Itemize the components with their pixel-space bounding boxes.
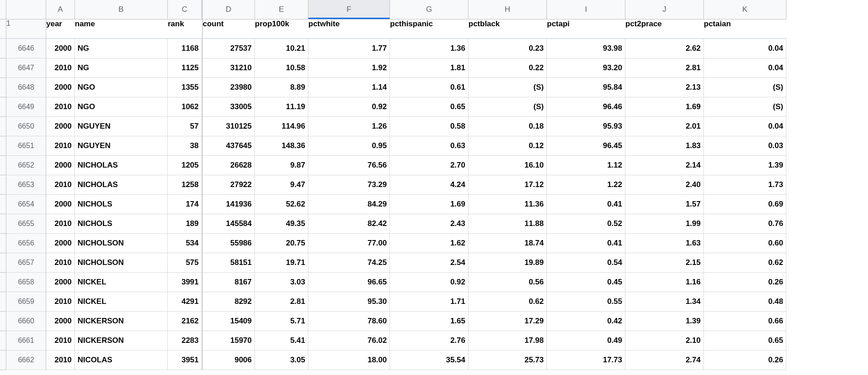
cell-C6653[interactable]: 1258: [168, 175, 202, 195]
cell-H6657[interactable]: 19.89: [468, 253, 547, 273]
cell-I6649[interactable]: 96.46: [547, 97, 625, 117]
row-header-6654[interactable]: 6654: [6, 195, 46, 214]
cell-J6661[interactable]: 2.10: [625, 331, 704, 351]
cell-E6659[interactable]: 2.81: [255, 292, 308, 312]
cell-A6659[interactable]: 2010: [46, 292, 75, 312]
cell-F6652[interactable]: 76.56: [308, 156, 390, 175]
cell-C6646[interactable]: 1168: [168, 39, 202, 58]
cell-E6657[interactable]: 19.71: [255, 253, 308, 273]
cell-D6649[interactable]: 33005: [203, 97, 255, 117]
cell-H6649[interactable]: (S): [468, 97, 547, 117]
cell-G6646[interactable]: 1.36: [390, 39, 468, 58]
cell-B6652[interactable]: NICHOLAS: [75, 156, 168, 175]
cell-G6659[interactable]: 1.71: [390, 292, 468, 312]
cell-C6655[interactable]: 189: [168, 214, 202, 234]
cell-K6647[interactable]: 0.04: [704, 58, 786, 78]
row-header-6649[interactable]: 6649: [6, 97, 46, 117]
row-header-6658[interactable]: 6658: [6, 273, 46, 292]
cell-B6648[interactable]: NGO: [75, 78, 168, 97]
cell-F6650[interactable]: 1.26: [308, 117, 390, 136]
row-header-6651[interactable]: 6651: [6, 136, 46, 156]
cell-E6652[interactable]: 9.87: [255, 156, 308, 175]
cell-F6649[interactable]: 0.92: [308, 97, 390, 117]
row-header-6653[interactable]: 6653: [6, 175, 46, 195]
cell-F6654[interactable]: 84.29: [308, 195, 390, 214]
cell-K6655[interactable]: 0.76: [704, 214, 786, 234]
cell-F6659[interactable]: 95.30: [308, 292, 390, 312]
cell-C6658[interactable]: 3991: [168, 273, 202, 292]
col-header-A[interactable]: A: [46, 0, 75, 19]
cell-I6653[interactable]: 1.22: [547, 175, 625, 195]
cell-B6658[interactable]: NICKEL: [75, 273, 168, 292]
cell-H6662[interactable]: 25.73: [468, 351, 547, 370]
cell-B6661[interactable]: NICKERSON: [75, 331, 168, 351]
cell-A6654[interactable]: 2000: [46, 195, 75, 214]
cell-H6646[interactable]: 0.23: [468, 39, 547, 58]
cell-I6651[interactable]: 96.45: [547, 136, 625, 156]
cell-K6656[interactable]: 0.60: [704, 234, 786, 253]
cell-K6658[interactable]: 0.26: [704, 273, 786, 292]
cell-C6656[interactable]: 534: [168, 234, 202, 253]
cell-D6654[interactable]: 141936: [203, 195, 255, 214]
cell-G6651[interactable]: 0.63: [390, 136, 468, 156]
cell-D6659[interactable]: 8292: [203, 292, 255, 312]
cell-H6648[interactable]: (S): [468, 78, 547, 97]
cell-C6649[interactable]: 1062: [168, 97, 202, 117]
cell-E6646[interactable]: 10.21: [255, 39, 308, 58]
row-header-6646[interactable]: 6646: [6, 39, 46, 58]
cell-J6651[interactable]: 1.83: [625, 136, 704, 156]
cell-E6655[interactable]: 49.35: [255, 214, 308, 234]
cell-C6657[interactable]: 575: [168, 253, 202, 273]
row-header-6647[interactable]: 6647: [6, 58, 46, 78]
select-all-corner[interactable]: [0, 0, 6, 19]
cell-H6650[interactable]: 0.18: [468, 117, 547, 136]
cell-G6655[interactable]: 2.43: [390, 214, 468, 234]
cell-C6660[interactable]: 2162: [168, 312, 202, 331]
cell-K6649[interactable]: (S): [704, 97, 786, 117]
cell-I6648[interactable]: 95.84: [547, 78, 625, 97]
cell-G6656[interactable]: 1.62: [390, 234, 468, 253]
cell-H6659[interactable]: 0.62: [468, 292, 547, 312]
cell-I6655[interactable]: 0.52: [547, 214, 625, 234]
cell-G6657[interactable]: 2.54: [390, 253, 468, 273]
cell-B6662[interactable]: NICOLAS: [75, 351, 168, 370]
cell-H6656[interactable]: 18.74: [468, 234, 547, 253]
cell-A6648[interactable]: 2000: [46, 78, 75, 97]
cell-B6654[interactable]: NICHOLS: [75, 195, 168, 214]
cell-F6651[interactable]: 0.95: [308, 136, 390, 156]
cell-D6646[interactable]: 27537: [203, 39, 255, 58]
cell-D6660[interactable]: 15409: [203, 312, 255, 331]
cell-G6649[interactable]: 0.65: [390, 97, 468, 117]
cell-K6648[interactable]: (S): [704, 78, 786, 97]
cell-J6659[interactable]: 1.34: [625, 292, 704, 312]
cell-D6652[interactable]: 26628: [203, 156, 255, 175]
cell-H6658[interactable]: 0.56: [468, 273, 547, 292]
cell-G6650[interactable]: 0.58: [390, 117, 468, 136]
cell-J6655[interactable]: 1.99: [625, 214, 704, 234]
cell-K6659[interactable]: 0.48: [704, 292, 786, 312]
cell-K6646[interactable]: 0.04: [704, 39, 786, 58]
cell-B6651[interactable]: NGUYEN: [75, 136, 168, 156]
cell-F6655[interactable]: 82.42: [308, 214, 390, 234]
col-header-C[interactable]: C: [168, 0, 202, 19]
cell-K6652[interactable]: 1.39: [704, 156, 786, 175]
cell-K6653[interactable]: 1.73: [704, 175, 786, 195]
row-header-6660[interactable]: 6660: [6, 312, 46, 331]
cell-E6662[interactable]: 3.05: [255, 351, 308, 370]
cell-D6662[interactable]: 9006: [203, 351, 255, 370]
cell-B6650[interactable]: NGUYEN: [75, 117, 168, 136]
cell-F6657[interactable]: 74.25: [308, 253, 390, 273]
cell-E6660[interactable]: 5.71: [255, 312, 308, 331]
cell-F6648[interactable]: 1.14: [308, 78, 390, 97]
cell-J6653[interactable]: 2.40: [625, 175, 704, 195]
cell-D6661[interactable]: 15970: [203, 331, 255, 351]
cell-K6650[interactable]: 0.04: [704, 117, 786, 136]
cell-H6652[interactable]: 16.10: [468, 156, 547, 175]
cell-K6661[interactable]: 0.65: [704, 331, 786, 351]
cell-C6647[interactable]: 1125: [168, 58, 202, 78]
cell-C6650[interactable]: 57: [168, 117, 202, 136]
col-header-D[interactable]: D: [203, 0, 255, 19]
cell-J6652[interactable]: 2.14: [625, 156, 704, 175]
row-header-6652[interactable]: 6652: [6, 156, 46, 175]
cell-K6662[interactable]: 0.26: [704, 351, 786, 370]
